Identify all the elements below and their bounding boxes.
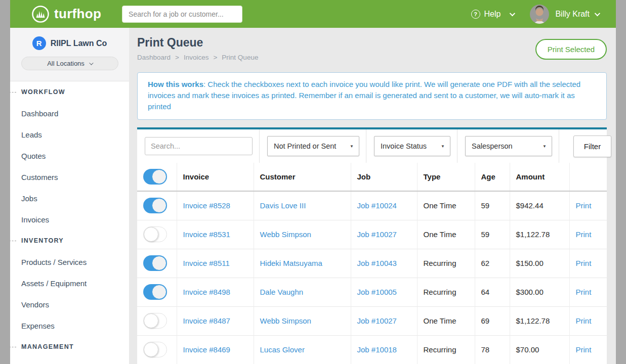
print-selected-button[interactable]: Print Selected: [535, 39, 607, 60]
amount-cell: $1,122.78: [510, 306, 569, 335]
tree-dash-icon: [10, 92, 16, 93]
print-link[interactable]: Print: [576, 230, 592, 239]
breadcrumb-separator: >: [213, 54, 217, 61]
column-header-actions: [569, 163, 607, 191]
print-link[interactable]: Print: [576, 201, 592, 210]
amount-cell: $300.00: [510, 278, 569, 306]
customer-link[interactable]: Webb Simpson: [260, 316, 311, 325]
invoice-link[interactable]: Invoice #8511: [183, 259, 230, 267]
invoice-table-body: Invoice #8528 Davis Love III Job #10024 …: [137, 191, 607, 364]
customer-link[interactable]: Dale Vaughn: [260, 288, 304, 296]
invoice-status-value: Invoice Status: [381, 142, 427, 150]
select-all-toggle[interactable]: [143, 169, 167, 185]
sidebar-item-jobs[interactable]: Jobs: [21, 194, 37, 203]
table-row: Invoice #8487 Webb Simpson Job #10027 On…: [137, 306, 607, 335]
sidebar-item-assets-equipment[interactable]: Assets / Equipment: [21, 279, 87, 288]
invoice-link[interactable]: Invoice #8487: [183, 316, 230, 325]
print-link[interactable]: Print: [576, 288, 592, 296]
customer-link[interactable]: Webb Simpson: [260, 230, 311, 239]
global-search-input[interactable]: [122, 6, 242, 23]
row-select-toggle[interactable]: [143, 284, 167, 300]
row-select-toggle[interactable]: [143, 255, 167, 271]
breadcrumb-print-queue[interactable]: Print Queue: [222, 54, 258, 61]
invoice-link[interactable]: Invoice #8528: [183, 201, 230, 210]
invoice-link[interactable]: Invoice #8469: [183, 345, 230, 354]
brand-name: turfhop: [54, 6, 101, 22]
job-link[interactable]: Job #10043: [357, 259, 397, 267]
how-this-works-note: How this works: Check the checkboxes nex…: [137, 72, 607, 120]
sidebar-item-expenses[interactable]: Expenses: [21, 322, 55, 330]
page-header: Print Queue Dashboard > Invoices > Print…: [137, 28, 607, 61]
age-cell: 69: [475, 306, 510, 335]
tree-dash-icon: [10, 241, 16, 241]
sidebar-item-customers[interactable]: Customers: [21, 173, 58, 181]
age-cell: 59: [475, 191, 510, 220]
sidebar-item-invoices[interactable]: Invoices: [21, 215, 49, 224]
job-link[interactable]: Job #10027: [357, 316, 397, 325]
locations-dropdown[interactable]: All Locations: [21, 57, 118, 70]
print-link[interactable]: Print: [576, 345, 592, 354]
printed-filter-select[interactable]: Not Printed or Sent ▼: [267, 136, 359, 156]
print-link[interactable]: Print: [576, 259, 592, 267]
row-select-toggle[interactable]: [143, 226, 167, 242]
job-link[interactable]: Job #10024: [357, 201, 397, 210]
type-cell: Recurring: [417, 335, 475, 364]
breadcrumb-dashboard[interactable]: Dashboard: [137, 54, 171, 61]
toggle-knob: [144, 342, 158, 357]
breadcrumb-invoices[interactable]: Invoices: [184, 54, 209, 61]
table-row: Invoice #8469 Lucas Glover Job #10018 Re…: [137, 335, 607, 364]
chevron-down-icon: [89, 61, 93, 65]
type-cell: One Time: [417, 306, 475, 335]
sidebar-item-leads[interactable]: Leads: [21, 130, 42, 139]
sidebar-item-quotes[interactable]: Quotes: [21, 152, 46, 160]
app-window: turfhop ? Help: [10, 0, 616, 364]
invoice-status-select[interactable]: Invoice Status ▼: [374, 136, 450, 156]
chevron-down-icon: [510, 10, 515, 16]
printed-filter-value: Not Printed or Sent: [274, 142, 336, 150]
amount-cell: $70.00: [510, 335, 569, 364]
nav-section-workflow: WORKFLOW: [10, 81, 129, 103]
amount-cell: $942.44: [510, 191, 569, 220]
customer-link[interactable]: Hideki Matsuyama: [260, 259, 322, 267]
sidebar-item-vendors[interactable]: Vendors: [21, 300, 49, 309]
print-link[interactable]: Print: [576, 316, 592, 325]
top-navbar: turfhop ? Help: [10, 0, 616, 28]
job-link[interactable]: Job #10027: [357, 230, 397, 239]
amount-cell: $1,122.78: [510, 220, 569, 249]
sidebar-item-dashboard[interactable]: Dashboard: [21, 109, 58, 118]
column-header-job: Job: [351, 163, 417, 191]
salesperson-value: Salesperson: [472, 142, 513, 150]
row-select-toggle[interactable]: [143, 342, 167, 357]
filter-search-input[interactable]: [145, 137, 253, 155]
select-caret-icon: ▼: [350, 144, 354, 149]
age-cell: 78: [475, 335, 510, 364]
invoice-link[interactable]: Invoice #8498: [183, 288, 230, 296]
screen: turfhop ? Help: [0, 0, 626, 364]
row-select-toggle[interactable]: [143, 198, 167, 213]
filter-salesperson-group: Salesperson ▼: [457, 129, 559, 163]
customer-link[interactable]: Davis Love III: [260, 201, 306, 210]
help-menu[interactable]: ? Help: [471, 10, 514, 19]
info-title: How this works: [148, 80, 203, 88]
company-switcher[interactable]: R RIIPL Lawn Co: [10, 36, 129, 50]
age-cell: 59: [475, 220, 510, 249]
job-link[interactable]: Job #10018: [357, 345, 397, 354]
filter-button-group: Filter: [559, 129, 611, 163]
user-menu[interactable]: Billy Kraft: [530, 5, 599, 24]
window-edge-left: [0, 0, 10, 364]
invoice-link[interactable]: Invoice #8531: [183, 230, 230, 239]
amount-cell: $150.00: [510, 249, 569, 278]
sidebar-item-products-services[interactable]: Products / Services: [21, 258, 87, 266]
job-link[interactable]: Job #10005: [357, 288, 397, 296]
toggle-knob: [152, 285, 166, 299]
filter-button[interactable]: Filter: [573, 135, 611, 157]
customer-link[interactable]: Lucas Glover: [260, 345, 305, 354]
table-row: Invoice #8531 Webb Simpson Job #10027 On…: [137, 220, 607, 249]
filter-status-group: Invoice Status ▼: [366, 129, 457, 163]
nav-section-management: MANAGEMENT: [10, 336, 129, 357]
brand-logo[interactable]: turfhop: [31, 5, 101, 23]
grass-logo-icon: [31, 5, 50, 23]
salesperson-select[interactable]: Salesperson ▼: [465, 136, 552, 156]
row-select-toggle[interactable]: [143, 313, 167, 329]
table-row: Invoice #8528 Davis Love III Job #10024 …: [137, 191, 607, 220]
